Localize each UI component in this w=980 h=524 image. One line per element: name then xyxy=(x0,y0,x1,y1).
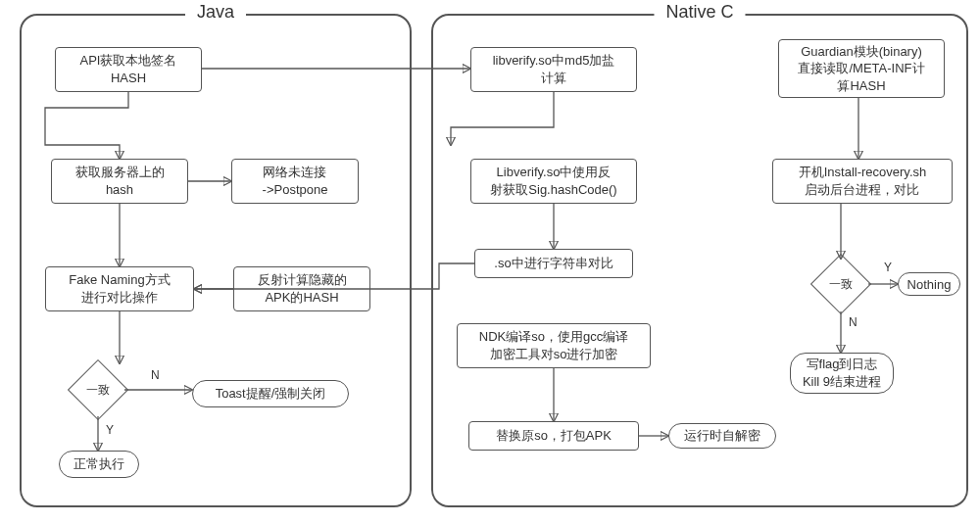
box-server-hash: 获取服务器上的hash xyxy=(51,159,188,204)
label-java-yes: Y xyxy=(106,423,114,437)
pill-toast: Toast提醒/强制关闭 xyxy=(192,380,349,407)
pill-normal: 正常执行 xyxy=(59,451,139,478)
box-net-fail: 网络未连接->Postpone xyxy=(231,159,359,204)
decision-native: 一致 xyxy=(811,255,870,313)
label-native-yes: Y xyxy=(884,261,892,274)
box-str-compare: .so中进行字符串对比 xyxy=(474,249,633,278)
label-native-no: N xyxy=(849,315,858,329)
box-api-hash: API获取本地签名HASH xyxy=(55,47,202,92)
decision-java: 一致 xyxy=(69,360,127,419)
panel-native-title: Native C xyxy=(654,2,745,23)
box-md5-salt: libverify.so中md5加盐计算 xyxy=(470,47,637,92)
box-reflect-sig: Libverify.so中使用反射获取Sig.hashCode() xyxy=(470,159,637,204)
box-reflect-apk: 反射计算隐藏的APK的HASH xyxy=(233,266,370,311)
box-guardian: Guardian模块(binary)直接读取/META-INF计算HASH xyxy=(778,39,945,98)
box-install-recovery: 开机Install-recovery.sh启动后台进程，对比 xyxy=(772,159,953,204)
decision-native-label: 一致 xyxy=(829,276,853,293)
panel-java-title: Java xyxy=(185,2,246,23)
box-replace-so: 替换原so，打包APK xyxy=(468,421,639,451)
label-java-no: N xyxy=(151,368,160,382)
pill-self-decrypt: 运行时自解密 xyxy=(668,423,776,449)
box-ndk-build: NDK编译so，使用gcc编译加密工具对so进行加密 xyxy=(457,323,651,368)
pill-nothing: Nothing xyxy=(898,272,960,296)
box-fake-naming: Fake Naming方式进行对比操作 xyxy=(45,266,194,311)
pill-flag-kill: 写flag到日志Kill 9结束进程 xyxy=(790,353,894,394)
decision-java-label: 一致 xyxy=(86,382,110,399)
